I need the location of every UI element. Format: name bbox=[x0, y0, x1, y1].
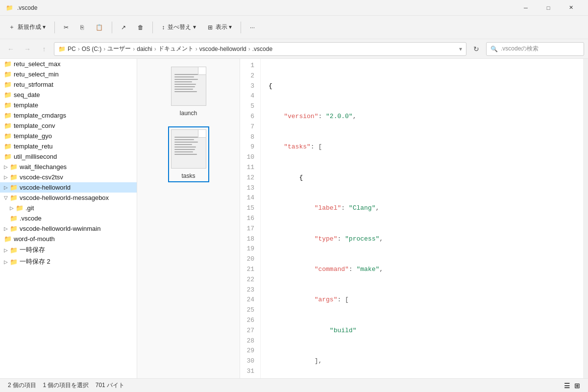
new-icon: ＋ bbox=[9, 23, 15, 31]
forward-button[interactable]: → bbox=[21, 42, 34, 56]
maximize-button[interactable]: □ bbox=[537, 0, 560, 16]
folder-icon: 📁 bbox=[4, 153, 12, 160]
up-button[interactable]: ↑ bbox=[37, 42, 51, 56]
sidebar-item-retu-select-min[interactable]: 📁 retu_select_min bbox=[0, 69, 137, 79]
folder-icon: 📁 bbox=[4, 101, 12, 109]
item-label: template_gyo bbox=[14, 132, 52, 140]
folder-icon: 📁 bbox=[4, 81, 12, 88]
toolbar: ＋ 新規作成 ▾ ✂ ⎘ 📋 ↗ 🗑 ↕ 並べ替え ▾ ⊞ 表示 ▾ ··· bbox=[0, 16, 588, 39]
delete-button[interactable]: 🗑 bbox=[133, 21, 148, 34]
sidebar-item-template-cmdargs[interactable]: 📁 template_cmdargs bbox=[0, 110, 137, 121]
new-label: 新規作成 ▾ bbox=[18, 23, 46, 31]
sidebar-item-wait-filechanges[interactable]: ▷ 📁 wait_filechanges bbox=[0, 162, 137, 172]
sidebar-item-vscode-helloworld-messagebox[interactable]: ▽ 📁 vscode-helloworld-messagebox bbox=[0, 193, 137, 203]
folder-icon: 📁 bbox=[4, 235, 12, 243]
item-count-label: 2 個の項目 bbox=[8, 382, 36, 389]
sidebar-item-vscode[interactable]: 📁 .vscode bbox=[0, 213, 137, 223]
breadcrumb-pc: PC bbox=[68, 46, 76, 52]
sidebar-item-vscode-csv2tsv[interactable]: ▷ 📁 vscode-csv2tsv bbox=[0, 172, 137, 182]
folder-icon: 📁 bbox=[4, 112, 12, 119]
minimize-button[interactable]: ─ bbox=[514, 0, 537, 16]
file-icon-tasks bbox=[171, 129, 206, 169]
folder-icon: 📁 bbox=[10, 258, 18, 266]
sidebar-item-template[interactable]: 📁 template bbox=[0, 100, 137, 110]
item-label: template_retu bbox=[14, 143, 53, 150]
new-button[interactable]: ＋ 新規作成 ▾ bbox=[4, 20, 50, 34]
item-label: word-of-mouth bbox=[14, 235, 55, 243]
copy-icon: ⎘ bbox=[80, 24, 84, 31]
expand-icon: ▽ bbox=[4, 195, 8, 200]
grid-view-button[interactable]: ⊞ bbox=[574, 382, 580, 390]
address-bar: ← → ↑ 📁 PC › OS (C:) › ユーザー › daichi › ド… bbox=[0, 39, 588, 59]
status-right: ☰ ⊞ bbox=[564, 382, 580, 390]
folder-icon: 📁 bbox=[10, 194, 18, 201]
cut-icon: ✂ bbox=[64, 24, 69, 31]
title-bar: 📁 .vscode ─ □ ✕ bbox=[0, 0, 588, 16]
line-numbers: 12345 678910 1112131415 1617181920 21222… bbox=[240, 59, 261, 378]
item-label: .vscode bbox=[20, 215, 42, 222]
sidebar-item-git[interactable]: ▷ 📁 .git bbox=[0, 203, 137, 213]
toolbar-separator-3 bbox=[152, 22, 153, 33]
file-preview-launch[interactable]: launch bbox=[171, 67, 206, 117]
item-label: vscode-helloworld-wwinmain bbox=[20, 225, 100, 232]
refresh-button[interactable]: ↻ bbox=[469, 42, 483, 56]
sort-icon: ↕ bbox=[162, 24, 165, 31]
breadcrumb-dropdown-icon: ▾ bbox=[459, 46, 462, 52]
view-icon: ⊞ bbox=[208, 24, 213, 31]
status-bar: 2 個の項目 1 個の項目を選択 701 バイト ☰ ⊞ bbox=[0, 378, 588, 392]
more-icon: ··· bbox=[250, 24, 255, 31]
list-view-button[interactable]: ☰ bbox=[564, 382, 570, 390]
sort-label: 並べ替え ▾ bbox=[168, 23, 196, 31]
status-item-count: 2 個の項目 1 個の項目を選択 701 バイト bbox=[8, 381, 124, 390]
share-button[interactable]: ↗ bbox=[116, 21, 131, 34]
folder-icon: 📁 bbox=[10, 184, 18, 191]
sidebar-item-retu-select-max[interactable]: 📁 retu_select_max bbox=[0, 59, 137, 69]
toolbar-separator-1 bbox=[54, 22, 55, 33]
view-button[interactable]: ⊞ 表示 ▾ bbox=[203, 20, 237, 34]
preview-area: launch tasks bbox=[137, 59, 240, 378]
file-name-tasks: tasks bbox=[181, 172, 195, 179]
back-button[interactable]: ← bbox=[4, 42, 18, 56]
sidebar-item-template-retu[interactable]: 📁 template_retu bbox=[0, 141, 137, 151]
item-label: vscode-csv2tsv bbox=[20, 173, 63, 181]
code-editor[interactable]: 12345 678910 1112131415 1617181920 21222… bbox=[240, 59, 588, 378]
paste-button[interactable]: 📋 bbox=[91, 21, 108, 34]
main-container: 📁 retu_select_max 📁 retu_select_min 📁 re… bbox=[0, 59, 588, 378]
search-icon: 🔍 bbox=[490, 46, 498, 52]
cut-button[interactable]: ✂ bbox=[59, 21, 74, 34]
sidebar-item-vscode-helloworld-wwinmain[interactable]: ▷ 📁 vscode-helloworld-wwinmain bbox=[0, 223, 137, 234]
breadcrumb-vscode: .vscode bbox=[252, 46, 272, 52]
sidebar-item-vscode-helloworld[interactable]: ▷ 📁 vscode-helloworld bbox=[0, 182, 137, 193]
sidebar-item-ichiji-hozon[interactable]: ▷ 📁 一時保存 bbox=[0, 244, 137, 256]
sidebar: 📁 retu_select_max 📁 retu_select_min 📁 re… bbox=[0, 59, 137, 378]
breadcrumb-documents: ドキュメント bbox=[158, 45, 194, 53]
size-label: 701 バイト bbox=[96, 382, 124, 389]
more-button[interactable]: ··· bbox=[245, 21, 260, 34]
item-label: .git bbox=[25, 204, 34, 212]
vertical-scrollbar[interactable] bbox=[583, 59, 588, 378]
search-box[interactable]: 🔍 .vscodeの検索 bbox=[486, 42, 584, 56]
breadcrumb[interactable]: 📁 PC › OS (C:) › ユーザー › daichi › ドキュメント … bbox=[54, 42, 466, 56]
share-icon: ↗ bbox=[121, 24, 126, 31]
expand-icon: ▷ bbox=[4, 247, 8, 253]
delete-icon: 🗑 bbox=[138, 24, 144, 31]
close-button[interactable]: ✕ bbox=[560, 0, 582, 16]
expand-icon: ▷ bbox=[4, 226, 8, 231]
sidebar-item-word-of-mouth[interactable]: 📁 word-of-mouth bbox=[0, 234, 137, 244]
sidebar-item-template-gyo[interactable]: 📁 template_gyo bbox=[0, 131, 137, 141]
file-preview-tasks[interactable]: tasks bbox=[168, 126, 209, 182]
folder-icon: 📁 bbox=[10, 215, 18, 222]
toolbar-separator-2 bbox=[112, 22, 112, 33]
folder-icon: 📁 bbox=[4, 132, 12, 140]
copy-button[interactable]: ⎘ bbox=[75, 21, 89, 34]
item-label: template bbox=[14, 101, 38, 109]
sidebar-item-seq-date[interactable]: 📁 seq_date bbox=[0, 90, 137, 100]
breadcrumb-vscode-helloworld: vscode-helloworld bbox=[199, 46, 246, 52]
sidebar-item-ichiji-hozon2[interactable]: ▷ 📁 一時保存 2 bbox=[0, 256, 137, 268]
sidebar-item-util-millisecond[interactable]: 📁 util_millisecond bbox=[0, 151, 137, 162]
sidebar-item-retu-strformat[interactable]: 📁 retu_strformat bbox=[0, 79, 137, 90]
sort-button[interactable]: ↕ 並べ替え ▾ bbox=[157, 20, 200, 34]
paste-icon: 📋 bbox=[96, 24, 103, 31]
item-label: util_millisecond bbox=[14, 153, 57, 160]
sidebar-item-template-conv[interactable]: 📁 template_conv bbox=[0, 121, 137, 131]
